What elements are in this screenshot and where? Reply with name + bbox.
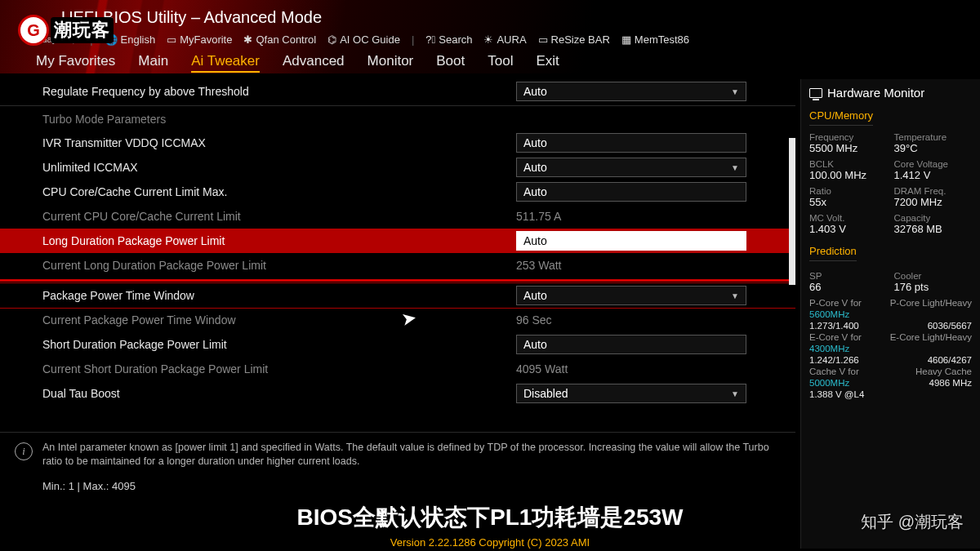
monitor-icon: [809, 88, 822, 98]
text-input[interactable]: Auto: [516, 133, 746, 153]
aura-icon: ☀: [483, 33, 493, 46]
memtest-button[interactable]: ▦MemTest86: [621, 33, 689, 46]
resizebar-button[interactable]: ▭ReSize BAR: [538, 33, 610, 46]
tab-monitor[interactable]: Monitor: [368, 53, 414, 73]
setting-regulate-frequency[interactable]: Regulate Frequency by above Threshold Au…: [0, 79, 795, 104]
tab-exit[interactable]: Exit: [536, 53, 559, 73]
watermark: 知乎 @潮玩客: [861, 511, 964, 533]
hardware-monitor-panel: Hardware Monitor CPU/Memory Frequency550…: [800, 79, 980, 549]
aioc-button[interactable]: ⌬AI OC Guide: [327, 33, 400, 46]
cpu-memory-title: CPU/Memory: [809, 109, 873, 126]
info-icon: i: [15, 442, 33, 460]
memtest-icon: ▦: [621, 33, 631, 46]
scrollbar[interactable]: [789, 79, 795, 430]
text-input[interactable]: Auto: [516, 231, 746, 251]
search-icon: ?⃣: [425, 33, 435, 46]
tab-my-favorites[interactable]: My Favorites: [36, 53, 115, 73]
readonly-cpu-core-cache-current: Current CPU Core/Cache Current Limit 511…: [0, 204, 795, 229]
search-button[interactable]: ?⃣Search: [425, 33, 472, 46]
main-tabs: My Favorites Main Ai Tweaker Advanced Mo…: [0, 47, 980, 79]
section-turbo-mode: Turbo Mode Parameters: [0, 108, 795, 131]
tab-advanced[interactable]: Advanced: [283, 53, 345, 73]
aura-button[interactable]: ☀AURA: [483, 33, 526, 46]
dropdown[interactable]: Auto▼: [516, 82, 746, 101]
text-input[interactable]: Auto: [516, 182, 746, 202]
setting-unlimited-iccmax[interactable]: Unlimited ICCMAX Auto▼: [0, 155, 795, 180]
chevron-down-icon: ▼: [731, 389, 739, 398]
myfavorite-button[interactable]: ▭MyFavorite: [167, 33, 232, 46]
help-text: An Intel parameter known as [power limit…: [42, 441, 781, 469]
tab-ai-tweaker[interactable]: Ai Tweaker: [191, 53, 260, 73]
setting-short-duration-power-limit[interactable]: Short Duration Package Power Limit Auto: [0, 332, 795, 357]
video-subtitle: BIOS全默认状态下PL1功耗墙是253W: [0, 502, 980, 533]
version-footer: Version 2.22.1286 Copyright (C) 2023 AMI: [0, 536, 980, 549]
setting-cpu-core-cache-limit[interactable]: CPU Core/Cache Current Limit Max. Auto: [0, 180, 795, 204]
tab-tool[interactable]: Tool: [488, 53, 513, 73]
chevron-down-icon: ▼: [731, 291, 739, 300]
ai-icon: ⌬: [327, 33, 336, 46]
readonly-current-long-duration: Current Long Duration Package Power Limi…: [0, 253, 795, 278]
readonly-current-time-window: Current Package Power Time Window 96 Sec: [0, 308, 795, 332]
highlight-line: [0, 279, 795, 282]
dropdown[interactable]: Auto▼: [516, 158, 746, 177]
tab-boot[interactable]: Boot: [436, 53, 465, 73]
setting-dual-tau-boost[interactable]: Dual Tau Boost Disabled▼: [0, 381, 795, 406]
dropdown[interactable]: Disabled▼: [516, 384, 746, 403]
chevron-down-icon: ▼: [731, 163, 739, 172]
sidebar-title: Hardware Monitor: [809, 86, 972, 100]
dropdown[interactable]: Auto▼: [516, 286, 746, 305]
readonly-current-short-duration: Current Short Duration Package Power Lim…: [0, 357, 795, 381]
resize-icon: ▭: [538, 33, 548, 46]
qfan-button[interactable]: ✱Qfan Control: [243, 33, 316, 46]
min-max-label: Min.: 1 | Max.: 4095: [0, 475, 795, 495]
prediction-title: Prediction: [809, 245, 857, 261]
setting-long-duration-power-limit[interactable]: Long Duration Package Power Limit Auto: [0, 229, 795, 253]
fan-icon: ✱: [243, 33, 252, 46]
chevron-down-icon: ▼: [731, 87, 739, 96]
bios-header: UEFI BIOS Utility – Advanced Mode Monday…: [0, 0, 980, 47]
scrollbar-thumb[interactable]: [789, 138, 795, 285]
favorite-icon: ▭: [167, 33, 176, 46]
tab-main[interactable]: Main: [138, 53, 168, 73]
setting-ivr-vddq-iccmax[interactable]: IVR Transmitter VDDQ ICCMAX Auto: [0, 131, 795, 155]
help-panel: i An Intel parameter known as [power lim…: [0, 434, 795, 475]
setting-package-power-time-window[interactable]: Package Power Time Window Auto▼: [0, 283, 795, 308]
channel-logo: G 潮玩客: [18, 15, 114, 46]
text-input[interactable]: Auto: [516, 335, 746, 354]
